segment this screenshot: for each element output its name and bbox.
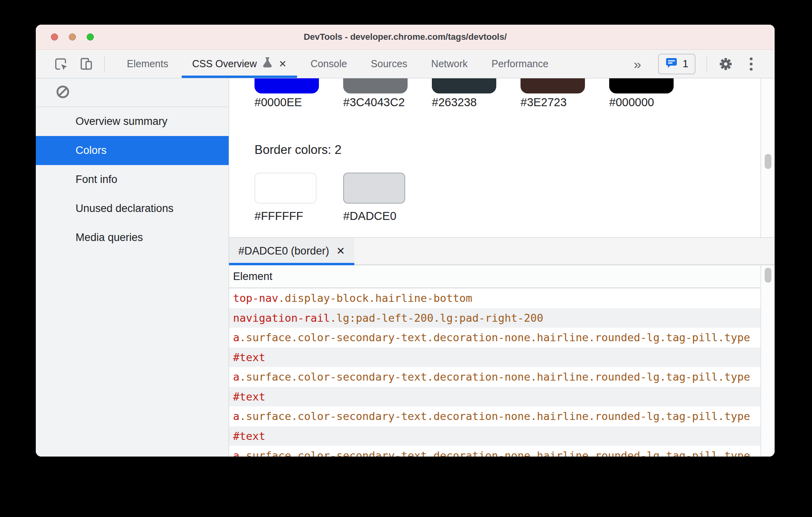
element-class-list: .lg:pad-left-200.lg:pad-right-200 — [330, 312, 543, 324]
color-hex-label: #263238 — [432, 96, 477, 109]
colors-pane-scrollbar[interactable] — [760, 78, 775, 237]
sidebar-item-unused-declarations[interactable]: Unused declarations — [36, 194, 229, 223]
element-tag-name: navigation-rail — [233, 312, 330, 324]
tab-label: Network — [431, 58, 468, 70]
screenshot-stage: DevTools - developer.chrome.com/tags/dev… — [0, 0, 812, 517]
sidebar-item-media-queries[interactable]: Media queries — [36, 223, 229, 252]
element-tag-name: #text — [233, 430, 265, 442]
table-row[interactable]: a.surface.color-secondary-text.decoratio… — [229, 406, 775, 426]
element-list-tabbar: #DADCE0 (border) ✕ — [229, 238, 775, 265]
sidebar-item-colors[interactable]: Colors — [36, 136, 229, 165]
color-hex-label: #3E2723 — [521, 96, 567, 109]
color-swatch[interactable] — [521, 78, 585, 93]
color-hex-label: #0000EE — [254, 96, 302, 109]
tab-performance[interactable]: Performance — [480, 50, 560, 78]
issues-count: 1 — [683, 58, 688, 70]
tab-network[interactable]: Network — [419, 50, 480, 78]
table-row[interactable]: #text — [229, 348, 775, 367]
element-class-list: .surface.color-secondary-text.decoration… — [239, 449, 750, 457]
zoom-window-button[interactable] — [87, 33, 94, 41]
titlebar: DevTools - developer.chrome.com/tags/dev… — [36, 25, 775, 50]
more-tabs-icon[interactable]: » — [634, 57, 641, 71]
tab-label: Elements — [127, 58, 168, 70]
scrollbar-thumb[interactable] — [765, 268, 771, 283]
active-tab-underline — [229, 263, 354, 265]
toolbar-separator — [104, 56, 105, 72]
color-swatch[interactable] — [254, 78, 319, 93]
tab-css-overview[interactable]: CSS Overview✕ — [180, 50, 299, 78]
color-elements-pane: #DADCE0 (border) ✕ Element top-nav.displ… — [229, 237, 775, 457]
color-hex-label: #3C4043C2 — [343, 96, 405, 109]
element-rows: top-nav.display-block.hairline-bottomnav… — [229, 288, 775, 457]
traffic-lights — [51, 25, 94, 49]
color-hex-label: #000000 — [609, 96, 654, 109]
settings-gear-icon[interactable] — [718, 56, 733, 72]
window-title: DevTools - developer.chrome.com/tags/dev… — [304, 32, 507, 42]
issues-counter-button[interactable]: 1 — [658, 54, 695, 74]
element-class-list: .display-block.hairline-bottom — [278, 292, 472, 304]
css-overview-sidebar: Overview summaryColorsFont infoUnused de… — [36, 78, 229, 457]
element-tag-name: #text — [233, 391, 265, 403]
colors-pane: #0000EE#3C4043C2#263238#3E2723#000000 Bo… — [229, 78, 775, 237]
sidebar-item-font-info[interactable]: Font info — [36, 165, 229, 194]
sidebar-item-overview-summary[interactable]: Overview summary — [36, 107, 229, 136]
table-row[interactable]: a.surface.color-secondary-text.decoratio… — [229, 328, 775, 348]
color-hex-label: #DADCE0 — [343, 210, 396, 223]
close-icon[interactable]: ✕ — [336, 245, 345, 257]
tab-console[interactable]: Console — [299, 50, 359, 78]
panel-tabs: ElementsCSS Overview✕ConsoleSourcesNetwo… — [115, 50, 560, 78]
close-icon[interactable]: ✕ — [279, 58, 287, 70]
element-class-list: .surface.color-secondary-text.decoration… — [239, 371, 750, 383]
element-class-list: .surface.color-secondary-text.decoration… — [239, 331, 750, 344]
table-row[interactable]: #text — [229, 387, 775, 407]
close-window-button[interactable] — [51, 33, 58, 41]
element-column-header: Element — [229, 265, 775, 288]
tab-label: CSS Overview — [192, 58, 257, 70]
clear-overview-icon[interactable] — [56, 85, 70, 101]
color-hex-label: #FFFFFF — [254, 210, 303, 223]
table-row[interactable]: a.surface.color-secondary-text.decoratio… — [229, 446, 775, 457]
element-tag-name: a — [233, 410, 239, 422]
device-toolbar-icon[interactable] — [79, 56, 94, 72]
css-overview-content: #0000EE#3C4043C2#263238#3E2723#000000 Bo… — [229, 78, 775, 457]
sidebar-toolbar — [36, 78, 229, 107]
table-row[interactable]: #text — [229, 426, 775, 446]
tab-dadce0-border[interactable]: #DADCE0 (border) ✕ — [229, 238, 354, 264]
devtools-window: DevTools - developer.chrome.com/tags/dev… — [36, 25, 775, 457]
border-colors-heading: Border colors: 2 — [254, 143, 342, 157]
element-tag-name: a — [233, 331, 239, 344]
kebab-menu-icon[interactable] — [744, 56, 759, 72]
tab-label: Sources — [371, 58, 408, 70]
element-tag-name: a — [233, 449, 239, 457]
element-class-list: .surface.color-secondary-text.decoration… — [239, 410, 750, 422]
element-tag-name: top-nav — [233, 292, 278, 304]
experiment-beaker-icon — [262, 57, 272, 71]
table-row[interactable]: a.surface.color-secondary-text.decoratio… — [229, 367, 775, 387]
tab-elements[interactable]: Elements — [115, 50, 180, 78]
devtools-toolbar: ElementsCSS Overview✕ConsoleSourcesNetwo… — [36, 50, 775, 78]
tab-sources[interactable]: Sources — [359, 50, 420, 78]
color-swatch[interactable] — [343, 78, 408, 93]
color-swatch[interactable] — [609, 78, 674, 93]
element-list-scrollbar[interactable] — [760, 265, 775, 457]
border-color-swatch[interactable] — [343, 173, 405, 204]
toolbar-separator — [707, 56, 707, 72]
border-color-swatch[interactable] — [254, 173, 317, 204]
element-tag-name: #text — [233, 351, 265, 363]
color-swatch[interactable] — [432, 78, 496, 93]
tab-label: Performance — [491, 58, 548, 70]
element-tag-name: a — [233, 371, 239, 383]
issues-chat-icon — [665, 57, 678, 71]
scrollbar-thumb[interactable] — [765, 154, 771, 169]
tab-label: Console — [311, 58, 347, 70]
minimize-window-button[interactable] — [69, 33, 76, 41]
table-row[interactable]: navigation-rail.lg:pad-left-200.lg:pad-r… — [229, 308, 775, 328]
table-row[interactable]: top-nav.display-block.hairline-bottom — [229, 288, 775, 308]
inspect-element-icon[interactable] — [53, 56, 68, 72]
tab-label: #DADCE0 (border) — [239, 245, 329, 257]
